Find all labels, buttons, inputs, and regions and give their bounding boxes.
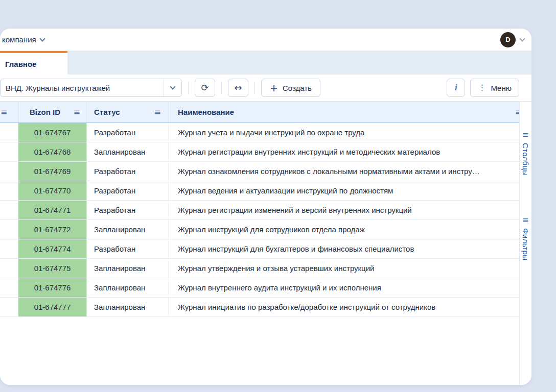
row-gutter-cell: [0, 298, 18, 316]
side-tab-filters[interactable]: ≡ Фильтры: [521, 216, 530, 260]
bizon-id-cell: 01-674775: [18, 259, 87, 278]
name-cell: Журнал учета и выдачи инструкций по охра…: [169, 123, 519, 142]
status-cell: Запланирован: [87, 278, 169, 297]
table-row[interactable]: 01-674776 Запланирован Журнал внутреннег…: [0, 278, 519, 298]
side-tab-columns-label: Столбцы: [521, 143, 530, 176]
bizon-id-cell: 01-674776: [18, 278, 87, 297]
tab-bar: Главное: [0, 51, 531, 75]
column-menu-icon[interactable]: ≡: [1, 108, 7, 116]
status-cell: Разработан: [87, 123, 169, 142]
create-button-label: Создать: [283, 84, 312, 92]
records-table: ≡ Bizon ID ≡ Статус ≡ Наименование ≡ 01-…: [0, 102, 519, 385]
row-gutter-cell: [0, 162, 18, 181]
tab-label: Главное: [5, 60, 36, 68]
table-row[interactable]: 01-674769 Разработан Журнал ознакомления…: [0, 162, 519, 181]
bizon-id-cell: 01-674772: [18, 220, 87, 239]
row-gutter-cell: [0, 201, 18, 219]
status-cell: Запланирован: [87, 298, 169, 316]
chevron-down-icon: [519, 36, 525, 41]
toolbar-right-group: i ⋮ Меню: [447, 79, 519, 97]
name-cell: Журнал внутреннего аудита инструкций и и…: [169, 278, 519, 297]
table-row[interactable]: 01-674772 Запланирован Журнал инструкций…: [0, 220, 519, 239]
create-button[interactable]: + Создать: [261, 79, 320, 97]
bizon-id-cell: 01-674767: [18, 123, 87, 142]
column-menu-icon[interactable]: ≡: [154, 108, 161, 116]
menu-button[interactable]: ⋮ Меню: [470, 79, 519, 97]
bizon-id-cell: 01-674774: [18, 239, 87, 258]
bizon-id-cell: 01-674769: [18, 162, 87, 181]
status-cell: Запланирован: [87, 259, 169, 278]
app-window: компания D Главное ВНД. Журналы инструкт…: [0, 29, 531, 385]
table-row[interactable]: 01-674775 Запланирован Журнал утверждени…: [0, 259, 519, 278]
table-row[interactable]: 01-674770 Разработан Журнал ведения и ак…: [0, 181, 519, 201]
toolbar-divider: [221, 81, 222, 94]
header-cell-status[interactable]: Статус ≡: [87, 102, 169, 122]
column-title: Статус: [94, 108, 120, 116]
header-cell-name[interactable]: Наименование ≡: [169, 102, 519, 122]
view-select[interactable]: ВНД. Журналы инструктажей: [0, 79, 182, 97]
status-cell: Разработан: [87, 239, 169, 258]
refresh-button[interactable]: ⟳: [195, 79, 215, 97]
bizon-id-cell: 01-674770: [18, 181, 87, 200]
name-cell: Журнал инструкций для бухгалтеров и фина…: [169, 239, 519, 258]
user-menu[interactable]: D: [500, 32, 524, 47]
table-row[interactable]: 01-674767 Разработан Журнал учета и выда…: [0, 123, 519, 142]
row-gutter-cell: [0, 278, 18, 297]
status-cell: Разработан: [87, 162, 169, 181]
column-menu-icon[interactable]: ≡: [74, 108, 80, 116]
status-cell: Запланирован: [87, 220, 169, 239]
bizon-id-cell: 01-674768: [18, 142, 87, 161]
avatar[interactable]: D: [500, 32, 516, 47]
status-cell: Разработан: [87, 181, 169, 200]
table-header-row: ≡ Bizon ID ≡ Статус ≡ Наименование ≡: [0, 102, 519, 123]
column-title: Bizon ID: [30, 108, 60, 116]
toolbar-divider: [254, 81, 255, 94]
bizon-id-cell: 01-674771: [18, 201, 87, 219]
row-gutter-cell: [0, 220, 18, 239]
side-tab-columns[interactable]: ≡ Столбцы: [521, 131, 530, 176]
name-cell: Журнал ведения и актуализации инструкций…: [169, 181, 519, 200]
company-selector[interactable]: компания: [2, 35, 44, 44]
bizon-id-cell: 01-674777: [18, 298, 87, 316]
info-icon: i: [455, 83, 457, 93]
name-cell: Журнал инициатив по разработке/доработке…: [169, 298, 519, 316]
row-gutter-cell: [0, 259, 18, 278]
columns-icon: ≡: [522, 131, 529, 139]
chevron-down-icon: [170, 84, 175, 89]
row-gutter-cell: [0, 142, 18, 161]
column-menu-icon[interactable]: ≡: [515, 108, 519, 116]
side-tab-filters-label: Фильтры: [521, 228, 530, 260]
header-cell-row-menu[interactable]: ≡: [0, 102, 18, 122]
refresh-icon: ⟳: [201, 83, 208, 92]
plus-icon: +: [270, 83, 278, 93]
kebab-icon: ⋮: [478, 84, 486, 92]
company-label: компания: [2, 35, 36, 44]
header-cell-bizon-id[interactable]: Bizon ID ≡: [18, 102, 87, 122]
table-row[interactable]: 01-674771 Разработан Журнал регистрации …: [0, 201, 519, 220]
status-cell: Запланирован: [87, 142, 169, 161]
toolbar-divider: [188, 81, 189, 94]
table-row[interactable]: 01-674777 Запланирован Журнал инициатив …: [0, 298, 519, 317]
table-row[interactable]: 01-674774 Разработан Журнал инструкций д…: [0, 239, 519, 259]
info-button[interactable]: i: [447, 79, 465, 97]
name-cell: Журнал инструкций для сотрудников отдела…: [169, 220, 519, 239]
resize-columns-button[interactable]: ↔: [228, 79, 248, 97]
row-gutter-cell: [0, 123, 18, 142]
chevron-down-icon: [39, 36, 45, 41]
name-cell: Журнал регистрации изменений и версий вн…: [169, 201, 519, 219]
tab-glavnoe[interactable]: Главное: [0, 51, 67, 75]
table-row[interactable]: 01-674768 Запланирован Журнал регистраци…: [0, 142, 519, 162]
arrows-horizontal-icon: ↔: [234, 83, 242, 92]
name-cell: Журнал утверждения и отзыва устаревших и…: [169, 259, 519, 278]
row-gutter-cell: [0, 181, 18, 200]
name-cell: Журнал ознакомления сотрудников с локаль…: [169, 162, 519, 181]
status-cell: Разработан: [87, 201, 169, 219]
content-area: ≡ Bizon ID ≡ Статус ≡ Наименование ≡ 01-…: [0, 102, 531, 385]
row-gutter-cell: [0, 239, 18, 258]
filters-icon: ≡: [522, 216, 529, 224]
select-caret-area: [163, 79, 181, 96]
top-bar: компания D: [0, 29, 531, 51]
menu-button-label: Меню: [491, 84, 512, 92]
column-title: Наименование: [178, 108, 234, 116]
name-cell: Журнал регистрации внутренних инструкций…: [169, 142, 519, 161]
